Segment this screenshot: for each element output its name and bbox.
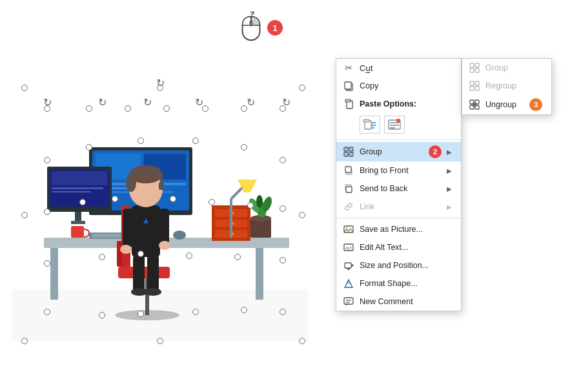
svg-rect-98 <box>470 68 474 72</box>
step-1-badge: 1 <box>267 20 283 36</box>
inner-handle <box>209 199 215 205</box>
new-comment-icon <box>343 296 354 307</box>
inner-handle <box>44 157 50 163</box>
svg-rect-47 <box>159 209 169 244</box>
selection-handle <box>21 85 28 91</box>
bring-front-label: Bring to Front <box>360 166 442 175</box>
paste-icon-2[interactable] <box>384 116 405 134</box>
menu-item-link: Link ▶ <box>336 198 461 216</box>
format-shape-label: Format Shape... <box>360 279 452 288</box>
context-menu: ✂ Cu̲t Copy Paste Options: <box>336 58 462 311</box>
submenu-regroup-icon <box>469 80 480 92</box>
menu-item-format-shape[interactable]: Format Shape... <box>336 274 461 293</box>
inner-handle <box>79 199 86 205</box>
svg-rect-66 <box>345 99 351 102</box>
svg-rect-74 <box>390 125 399 126</box>
submenu-group-label: Group <box>485 63 542 72</box>
inner-handle <box>99 254 105 260</box>
svg-rect-64 <box>345 82 351 89</box>
svg-rect-58 <box>159 182 164 190</box>
svg-rect-39 <box>71 226 84 238</box>
selection-handle <box>21 338 28 344</box>
inner-handle <box>280 205 286 212</box>
link-arrow: ▶ <box>447 203 452 211</box>
svg-rect-5 <box>50 248 58 300</box>
send-back-label: Send to Back <box>360 184 442 193</box>
group-icon <box>343 146 354 158</box>
inner-handle <box>138 251 144 257</box>
svg-rect-79 <box>344 152 348 156</box>
alt-text-icon: ALT <box>343 242 354 253</box>
rotate-handle: ↻ <box>143 96 152 108</box>
svg-point-48 <box>120 245 132 254</box>
inner-handle <box>138 311 144 317</box>
menu-item-send-to-back[interactable]: Send to Back ▶ <box>336 180 461 198</box>
inner-handle <box>163 105 170 112</box>
svg-rect-6 <box>256 248 263 300</box>
menu-item-edit-alt-text[interactable]: ALT Edit Alt Text... <box>336 238 461 256</box>
svg-rect-83 <box>345 167 351 172</box>
save-picture-label: Save as Picture... <box>360 225 452 234</box>
inner-handle <box>170 196 176 202</box>
svg-rect-68 <box>363 119 369 122</box>
submenu-regroup-label: Regroup <box>485 81 542 90</box>
menu-item-size-position[interactable]: Size and Position... <box>336 256 461 274</box>
selection-handle <box>21 212 28 218</box>
inner-handle <box>280 257 286 263</box>
inner-handle <box>241 307 247 313</box>
group-badge: 2 <box>429 145 442 158</box>
selection-handle <box>299 338 305 344</box>
svg-rect-77 <box>344 147 348 151</box>
save-picture-icon <box>343 223 354 235</box>
svg-rect-51 <box>147 256 159 291</box>
inner-handle <box>280 157 286 163</box>
separator-1 <box>336 139 461 140</box>
inner-handle <box>234 254 241 260</box>
svg-rect-35 <box>71 221 85 224</box>
svg-point-19 <box>256 195 263 208</box>
menu-item-save-picture[interactable]: Save as Picture... <box>336 220 461 238</box>
edit-alt-text-label: Edit Alt Text... <box>360 243 452 252</box>
svg-rect-93 <box>344 298 353 304</box>
menu-item-bring-to-front[interactable]: Bring to Front ▶ <box>336 161 461 180</box>
group-label: Group <box>360 147 422 156</box>
inner-handle <box>44 260 50 267</box>
inner-handle <box>86 144 92 150</box>
send-back-icon <box>343 183 354 194</box>
inner-handle <box>186 253 192 259</box>
copy-label: Copy <box>360 81 452 90</box>
inner-handle <box>247 202 254 209</box>
menu-item-cut[interactable]: ✂ Cu̲t <box>336 59 461 77</box>
svg-rect-102 <box>470 87 474 90</box>
menu-item-copy[interactable]: Copy <box>336 77 461 95</box>
svg-rect-81 <box>345 149 352 155</box>
mouse-icon-container: 1 <box>239 12 283 44</box>
svg-rect-80 <box>349 152 353 156</box>
paste-icon-1[interactable] <box>360 116 380 134</box>
svg-rect-45 <box>132 205 160 257</box>
svg-rect-90 <box>345 263 351 268</box>
rotate-handle: ↻ <box>156 77 165 89</box>
paste-icon <box>343 98 354 110</box>
menu-item-new-comment[interactable]: New Comment <box>336 293 461 311</box>
svg-rect-85 <box>346 187 352 192</box>
svg-point-49 <box>159 241 170 250</box>
inner-handle <box>44 309 50 315</box>
svg-rect-31 <box>52 171 107 185</box>
submenu-ungroup-icon <box>469 99 480 110</box>
svg-rect-70 <box>371 125 376 126</box>
inner-handle <box>280 309 286 315</box>
rotate-handle: ↻ <box>282 96 290 108</box>
link-label: Link <box>360 202 442 211</box>
submenu-ungroup-label: Ungroup <box>485 100 522 109</box>
svg-rect-76 <box>396 119 400 123</box>
inner-handle <box>192 138 199 144</box>
inner-handle <box>112 196 118 202</box>
menu-item-group[interactable]: Group 2 ▶ <box>336 142 461 161</box>
svg-rect-75 <box>390 127 395 129</box>
submenu-item-ungroup[interactable]: Ungroup 3 <box>462 95 551 114</box>
new-comment-label: New Comment <box>360 297 452 306</box>
bring-front-arrow: ▶ <box>447 167 452 174</box>
svg-rect-34 <box>75 212 81 222</box>
group-arrow: ▶ <box>447 149 452 156</box>
